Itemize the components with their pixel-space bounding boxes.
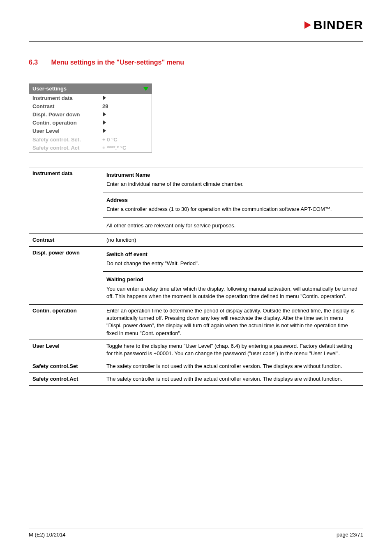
chevron-right-icon: [103, 129, 106, 133]
row-body: The safety controller is not used with t…: [103, 360, 363, 373]
panel-row-user-level[interactable]: User Level: [29, 127, 152, 135]
footer-right: page 23/71: [337, 531, 363, 539]
sub-body: Enter an individual name of the constant…: [106, 180, 360, 188]
row-body: Switch off event Do not change the entry…: [103, 247, 363, 272]
sub-heading: Switch off event: [106, 251, 360, 258]
brand-logo: BINDER: [304, 16, 363, 34]
panel-row-label: Instrument data: [32, 95, 102, 102]
panel-row-label: Safety control. Act: [32, 144, 102, 152]
panel-row-label: Contrast: [32, 103, 102, 110]
row-body: Enter an operation time to determine the…: [103, 304, 363, 340]
section-heading: 6.3 Menu settings in the "User-settings"…: [29, 58, 363, 67]
row-body: Address Enter a controller address (1 to…: [103, 192, 363, 217]
row-body: Toggle here to the display menu "User Le…: [103, 340, 363, 360]
panel-row-contrast[interactable]: Contrast 29: [29, 102, 152, 111]
chevron-right-icon: [103, 120, 106, 125]
page-footer: M (E2) 10/2014 page 23/71: [29, 529, 363, 539]
panel-row-contin-operation[interactable]: Contin. operation: [29, 119, 152, 127]
chevron-right-icon: [103, 112, 106, 116]
user-settings-panel: User-settings Instrument data Contrast 2…: [29, 83, 152, 153]
sub-heading: Waiting period: [106, 276, 360, 283]
panel-title-text: User-settings: [32, 85, 67, 92]
table-row: Displ. power down Switch off event Do no…: [29, 247, 363, 272]
row-body: (no function): [103, 234, 363, 246]
panel-row-value: + ****.* °C: [102, 144, 126, 152]
section-title: Menu settings in the "User-settings" men…: [51, 59, 184, 66]
panel-row-instrument-data[interactable]: Instrument data: [29, 94, 152, 102]
panel-row-label: User Level: [32, 127, 102, 135]
sub-heading: Instrument Name: [106, 171, 360, 179]
panel-row-value: 29: [102, 103, 108, 110]
sub-body: Enter a controller address (1 to 30) for…: [106, 206, 360, 213]
table-row: Safety control.Set The safety controller…: [29, 360, 363, 373]
chevron-right-icon: [103, 96, 106, 100]
table-row: Contin. operation Enter an operation tim…: [29, 304, 363, 340]
row-body: Waiting period You can enter a delay tim…: [103, 272, 363, 305]
panel-row-label: Displ. Power down: [32, 111, 102, 118]
panel-row-label: Safety control. Set.: [32, 136, 102, 143]
row-name: Safety control.Act: [29, 373, 103, 386]
sub-heading: Address: [106, 197, 360, 204]
row-body: Instrument Name Enter an individual name…: [103, 167, 363, 192]
scroll-down-icon[interactable]: [143, 87, 148, 91]
panel-title-bar: User-settings: [29, 84, 152, 94]
panel-row-safety-set: Safety control. Set. + 0 °C: [29, 136, 152, 144]
sub-body: Do not change the entry "Wait. Period".: [106, 260, 360, 267]
section-number: 6.3: [29, 58, 49, 67]
footer-left: M (E2) 10/2014: [29, 531, 66, 539]
table-row: Contrast (no function): [29, 234, 363, 246]
panel-row-label: Contin. operation: [32, 119, 102, 127]
footer-divider: [29, 529, 363, 529]
brand-triangle-icon: [304, 21, 311, 29]
sub-body: You can enter a delay time after which t…: [106, 285, 360, 300]
top-divider: [29, 41, 363, 42]
row-name: Displ. power down: [29, 247, 103, 305]
row-name: Safety control.Set: [29, 360, 103, 373]
brand-text: BINDER: [314, 16, 363, 34]
row-name: User Level: [29, 340, 103, 360]
row-body: The safety controller is not used with t…: [103, 373, 363, 386]
settings-table: Instrument data Instrument Name Enter an…: [29, 167, 363, 386]
panel-row-value: + 0 °C: [102, 136, 118, 143]
table-row: User Level Toggle here to the display me…: [29, 340, 363, 360]
panel-row-displ-power-down[interactable]: Displ. Power down: [29, 111, 152, 119]
row-name: Contin. operation: [29, 304, 103, 340]
table-row: Instrument data Instrument Name Enter an…: [29, 167, 363, 192]
row-name: Instrument data: [29, 167, 103, 234]
row-name: Contrast: [29, 234, 103, 246]
row-body: All other entries are relevant only for …: [103, 217, 363, 234]
panel-row-safety-act: Safety control. Act + ****.* °C: [29, 144, 152, 152]
sub-body: All other entries are relevant only for …: [106, 222, 360, 229]
table-row: Safety control.Act The safety controller…: [29, 373, 363, 386]
